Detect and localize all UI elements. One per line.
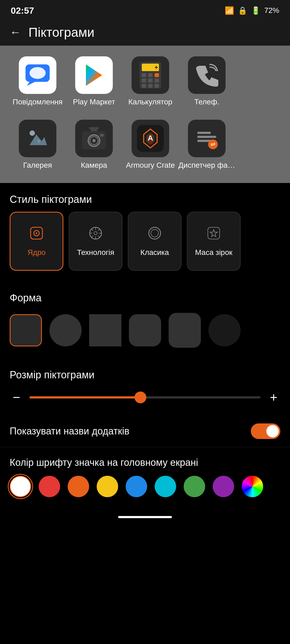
slider-fill — [30, 396, 140, 398]
show-names-toggle[interactable] — [251, 423, 280, 439]
color-multicolor[interactable] — [242, 476, 263, 497]
shape-soft-square[interactable] — [129, 314, 161, 346]
wifi-icon: 🔒 — [238, 6, 247, 15]
core-icon — [29, 226, 44, 244]
svg-point-40 — [94, 232, 97, 235]
shape-square[interactable] — [89, 314, 121, 346]
icon-item-gallery[interactable]: Галерея — [13, 120, 62, 170]
settings-section: Стиль піктограми Ядро — [0, 183, 290, 511]
toggle-knob — [266, 425, 279, 437]
icon-box-camera — [75, 120, 113, 157]
svg-marker-1 — [27, 82, 35, 86]
page-title: Піктограми — [28, 25, 95, 40]
font-color-section: Колір шрифту значка на головному екрані — [0, 447, 290, 511]
icon-box-gallery — [19, 120, 56, 157]
battery-icon: 🔋 — [251, 6, 260, 15]
icon-label-camera: Камера — [81, 161, 107, 170]
shape-circle[interactable] — [49, 314, 82, 346]
svg-rect-25 — [100, 134, 104, 137]
icon-item-armoury[interactable]: A Armoury Crate — [126, 120, 175, 170]
svg-rect-8 — [148, 73, 153, 77]
shape-extra[interactable] — [208, 314, 241, 346]
slider-plus[interactable]: + — [267, 390, 280, 405]
icon-label-gallery: Галерея — [23, 161, 52, 170]
icon-item-play[interactable]: Play Маркет — [70, 56, 118, 106]
icon-style-title: Стиль піктограми — [0, 183, 290, 212]
slider-minus[interactable]: − — [10, 390, 23, 405]
svg-rect-7 — [142, 73, 146, 77]
tech-icon — [88, 226, 103, 244]
icon-label-play: Play Маркет — [73, 98, 115, 106]
icon-item-calc[interactable]: + Калькулятор — [126, 56, 175, 106]
style-card-classic[interactable]: Класика — [128, 212, 182, 271]
shape-section: Форма — [0, 281, 290, 358]
svg-line-46 — [98, 236, 100, 237]
color-yellow[interactable] — [97, 476, 118, 497]
icon-item-messages[interactable]: Повідомлення — [13, 56, 62, 106]
icon-item-files[interactable]: ⇌ Диспетчер фа… — [183, 120, 231, 170]
slider-thumb[interactable] — [135, 391, 146, 403]
starmass-icon — [206, 226, 221, 244]
back-button[interactable]: ← — [10, 26, 21, 39]
svg-rect-15 — [155, 84, 159, 88]
color-orange[interactable] — [68, 476, 89, 497]
color-green[interactable] — [184, 476, 205, 497]
color-cyan[interactable] — [155, 476, 176, 497]
shape-row — [0, 310, 290, 358]
svg-marker-3 — [86, 64, 102, 86]
style-card-core[interactable]: Ядро — [10, 212, 63, 271]
svg-rect-14 — [148, 84, 153, 88]
icon-row-1: Повідомлення Play Маркет — [8, 56, 282, 106]
icon-box-files: ⇌ — [188, 120, 226, 157]
bottom-indicator — [118, 516, 172, 518]
preview-area: Повідомлення Play Маркет — [0, 46, 290, 183]
icon-style-section: Стиль піктограми Ядро — [0, 183, 290, 281]
svg-point-18 — [30, 130, 35, 136]
svg-rect-11 — [148, 79, 153, 82]
svg-rect-32 — [197, 136, 216, 138]
icon-box-messages — [19, 56, 56, 94]
slider-row: − + — [0, 387, 290, 415]
status-bar: 02:57 📶 🔒 🔋 72% — [0, 0, 290, 19]
color-row — [0, 476, 290, 511]
style-card-label-classic: Класика — [140, 248, 169, 257]
font-color-title: Колір шрифту значка на головному екрані — [0, 447, 290, 476]
bottom-bar — [0, 511, 290, 526]
icon-box-calc: + — [132, 56, 169, 94]
svg-rect-12 — [155, 79, 159, 82]
icon-size-title: Розмір піктограми — [0, 358, 290, 387]
shape-tall[interactable] — [169, 313, 201, 348]
color-blue[interactable] — [126, 476, 147, 497]
icon-label-files: Диспетчер фа… — [178, 161, 235, 170]
svg-point-2 — [30, 67, 46, 79]
icon-item-phone[interactable]: Телеф. — [183, 56, 231, 106]
shape-rounded-corner[interactable] — [10, 314, 42, 346]
style-card-label-core: Ядро — [27, 248, 46, 257]
color-red[interactable] — [39, 476, 60, 497]
color-white[interactable] — [10, 476, 31, 497]
icon-item-camera[interactable]: Камера — [70, 120, 118, 170]
color-purple[interactable] — [213, 476, 234, 497]
status-icons: 📶 🔒 🔋 72% — [225, 6, 279, 15]
icon-box-phone — [188, 56, 226, 94]
style-card-starmass[interactable]: Маса зірок — [187, 212, 241, 271]
classic-icon — [147, 226, 162, 244]
svg-marker-21 — [89, 127, 99, 131]
icon-label-armoury: Armoury Crate — [126, 161, 175, 170]
svg-line-47 — [98, 229, 100, 231]
shape-title: Форма — [0, 281, 290, 310]
show-names-row: Показувати назви додатків — [0, 415, 290, 447]
svg-point-38 — [36, 232, 37, 234]
signal-icon: 📶 — [225, 6, 234, 15]
slider-track[interactable] — [30, 396, 260, 398]
svg-line-48 — [91, 236, 93, 237]
style-row: Ядро — [0, 212, 290, 281]
svg-text:+: + — [155, 64, 158, 71]
show-names-label: Показувати назви додатків — [10, 426, 129, 437]
svg-rect-31 — [197, 132, 211, 134]
battery-text: 72% — [264, 6, 279, 15]
icon-label-messages: Повідомлення — [13, 98, 63, 106]
svg-rect-10 — [142, 79, 146, 82]
style-card-label-starmass: Маса зірок — [195, 248, 232, 257]
style-card-tech[interactable]: Технологія — [69, 212, 122, 271]
